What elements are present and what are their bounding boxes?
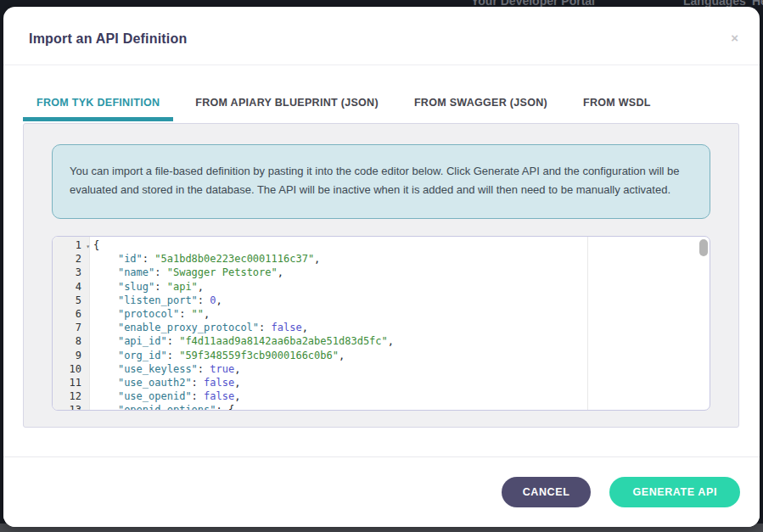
code-line: 10 "use_keyless": true,: [53, 362, 710, 376]
code-line: 12 "use_openid": false,: [53, 389, 710, 403]
nav-link-help[interactable]: Help: [752, 0, 763, 7]
code-text: {: [93, 238, 99, 252]
code-text: "slug": "api",: [93, 280, 204, 294]
nav-link-languages[interactable]: Languages: [683, 0, 746, 7]
modal-title: Import an API Definition: [29, 31, 187, 47]
code-text: "enable_proxy_protocol": false,: [93, 321, 308, 334]
code-line: 5 "listen_port": 0,: [53, 294, 710, 307]
line-number: 2: [53, 252, 90, 266]
nav-link-developer-portal[interactable]: Your Developer Portal: [471, 0, 595, 7]
line-number: 5: [53, 294, 90, 307]
code-text: "openid_options": {: [93, 403, 234, 411]
line-number: 9: [53, 349, 90, 362]
code-line: 2 "id": "5a1bd8b0e223ec0001116c37",: [53, 252, 710, 266]
code-line: 13▾ "openid_options": {: [53, 403, 710, 411]
editor-vertical-scrollbar[interactable]: [699, 239, 708, 256]
code-text: "use_oauth2": false,: [93, 376, 240, 389]
code-lines: 1▾{2 "id": "5a1bd8b0e223ec0001116c37",3 …: [53, 238, 710, 411]
code-line: 6 "protocol": "",: [53, 307, 710, 321]
line-number: 6: [53, 307, 90, 321]
generate-api-button[interactable]: GENERATE API: [609, 477, 740, 507]
code-line: 3 "name": "Swagger Petstore",: [53, 266, 710, 279]
code-line: 8 "api_id": "f4d11aad9a8142aa6ba2abe51d8…: [53, 334, 710, 348]
line-number: 7: [53, 321, 90, 334]
code-line: 9 "org_id": "59f348559f3cb9000166c0b6",: [53, 349, 710, 362]
cancel-button[interactable]: CANCEL: [502, 477, 592, 507]
line-number: 11: [53, 376, 90, 389]
site-header: Your Developer Portal Languages Help: [0, 0, 763, 7]
code-text: "use_keyless": true,: [93, 362, 240, 376]
modal-header: Import an API Definition ×: [3, 7, 760, 65]
tab-from-tyk-definition[interactable]: FROM TYK DEFINITION: [23, 97, 173, 121]
code-text: "org_id": "59f348559f3cb9000166c0b6",: [93, 349, 345, 362]
fold-arrow-icon[interactable]: ▾: [86, 405, 90, 411]
import-panel: You can import a file-based definition b…: [23, 123, 739, 428]
line-number: 4: [53, 280, 90, 294]
modal-footer: CANCEL GENERATE API: [3, 456, 760, 527]
tab-from-apiary-blueprint-json[interactable]: FROM APIARY BLUEPRINT (JSON): [182, 97, 392, 121]
import-api-modal: Import an API Definition × FROM TYK DEFI…: [3, 7, 760, 527]
line-number: 13▾: [53, 403, 90, 411]
line-number: 8: [53, 334, 90, 348]
line-number: 3: [53, 266, 90, 279]
code-line: 4 "slug": "api",: [53, 280, 710, 294]
code-line: 11 "use_oauth2": false,: [53, 376, 710, 389]
tab-from-swagger-json[interactable]: FROM SWAGGER (JSON): [401, 97, 561, 121]
line-number: 1▾: [53, 238, 90, 252]
line-number: 10: [53, 362, 90, 376]
info-banner: You can import a file-based definition b…: [52, 144, 710, 219]
code-editor[interactable]: 1▾{2 "id": "5a1bd8b0e223ec0001116c37",3 …: [52, 236, 710, 411]
code-text: "listen_port": 0,: [93, 294, 222, 307]
code-text: "name": "Swagger Petstore",: [93, 266, 283, 279]
code-text: "protocol": "",: [93, 307, 210, 321]
line-number: 12: [53, 389, 90, 403]
code-text: "id": "5a1bd8b0e223ec0001116c37",: [93, 252, 320, 266]
import-source-tabs: FROM TYK DEFINITION FROM APIARY BLUEPRIN…: [23, 65, 760, 121]
code-text: "use_openid": false,: [93, 389, 240, 403]
code-text: "api_id": "f4d11aad9a8142aa6ba2abe51d83d…: [93, 334, 394, 348]
tab-from-wsdl[interactable]: FROM WSDL: [569, 97, 665, 121]
close-icon[interactable]: ×: [731, 31, 738, 44]
code-line: 7 "enable_proxy_protocol": false,: [53, 321, 710, 334]
code-line: 1▾{: [53, 238, 710, 252]
